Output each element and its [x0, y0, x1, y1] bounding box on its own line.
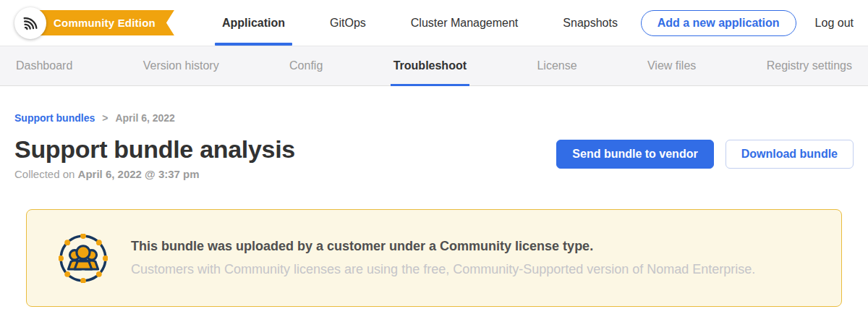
- bundle-actions: Send bundle to vendor Download bundle: [556, 140, 854, 169]
- download-bundle-button[interactable]: Download bundle: [726, 140, 854, 169]
- send-bundle-to-vendor-button[interactable]: Send bundle to vendor: [556, 140, 713, 169]
- subnav-item-license[interactable]: License: [537, 46, 576, 85]
- logout-link[interactable]: Log out: [815, 17, 854, 30]
- subnav-item-version-history[interactable]: Version history: [143, 46, 219, 85]
- subnav-item-config[interactable]: Config: [289, 46, 323, 85]
- breadcrumb-support-bundles-link[interactable]: Support bundles: [14, 112, 95, 124]
- logo-arcs-icon: [21, 14, 40, 33]
- notice-title: This bundle was uploaded by a customer u…: [131, 239, 755, 254]
- nav-item-application[interactable]: Application: [215, 0, 292, 46]
- page-header: Support bundle analysis Collected on Apr…: [14, 136, 854, 180]
- top-nav-right: Add a new application Log out: [641, 10, 854, 36]
- notice-text-block: This bundle was uploaded by a customer u…: [131, 239, 755, 277]
- subnav-item-dashboard[interactable]: Dashboard: [16, 46, 72, 85]
- brand: Community Edition: [14, 7, 174, 39]
- collected-date: April 6, 2022 @ 3:37 pm: [78, 168, 200, 180]
- nav-item-gitops[interactable]: GitOps: [323, 0, 373, 46]
- breadcrumb: Support bundles > April 6, 2022: [14, 112, 854, 124]
- subnav-item-troubleshoot[interactable]: Troubleshoot: [393, 46, 467, 85]
- nav-item-cluster-management[interactable]: Cluster Management: [404, 0, 526, 46]
- collected-prefix: Collected on: [14, 168, 78, 180]
- breadcrumb-current-bundle: April 6, 2022: [115, 112, 175, 124]
- community-license-icon: [59, 234, 108, 283]
- notice-subtitle: Customers with Community licenses are us…: [131, 262, 755, 277]
- replicated-logo-icon[interactable]: [14, 7, 46, 39]
- subnav-item-registry-settings[interactable]: Registry settings: [767, 46, 852, 85]
- main-content: Support bundles > April 6, 2022 Support …: [0, 86, 868, 307]
- app-sub-nav: Dashboard Version history Config Trouble…: [0, 46, 868, 86]
- page-title-block: Support bundle analysis Collected on Apr…: [14, 136, 295, 180]
- top-nav-links: Application GitOps Cluster Management Sn…: [215, 0, 625, 46]
- add-new-application-button[interactable]: Add a new application: [641, 10, 796, 36]
- top-nav: Community Edition Application GitOps Clu…: [0, 0, 868, 46]
- community-license-notice: This bundle was uploaded by a customer u…: [26, 209, 842, 307]
- community-edition-badge: Community Edition: [35, 10, 174, 35]
- page-title: Support bundle analysis: [14, 136, 295, 163]
- subnav-item-view-files[interactable]: View files: [647, 46, 696, 85]
- breadcrumb-separator: >: [102, 112, 108, 124]
- nav-item-snapshots[interactable]: Snapshots: [556, 0, 625, 46]
- collected-timestamp: Collected on April 6, 2022 @ 3:37 pm: [14, 168, 295, 180]
